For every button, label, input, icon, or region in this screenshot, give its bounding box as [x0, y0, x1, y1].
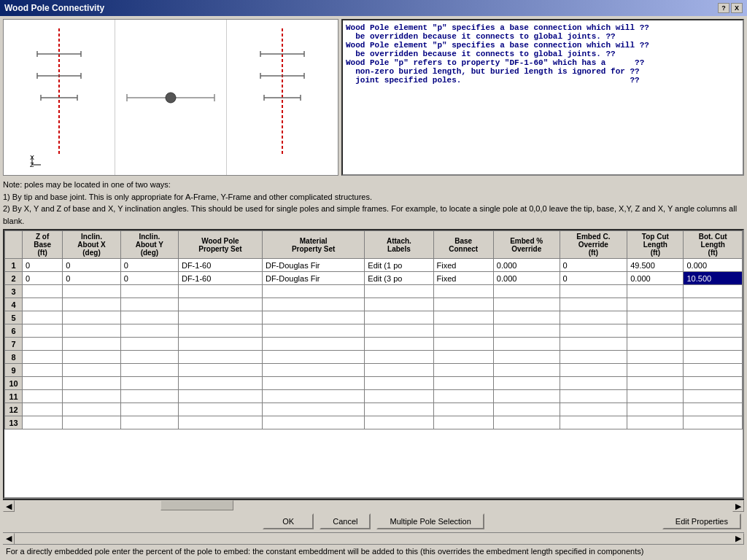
empty-cell[interactable]: [178, 364, 262, 377]
hscroll-track[interactable]: [15, 500, 732, 510]
empty-cell[interactable]: [365, 324, 433, 338]
empty-cell[interactable]: [493, 324, 560, 338]
empty-cell[interactable]: [627, 364, 684, 377]
empty-cell[interactable]: [23, 351, 63, 364]
empty-cell[interactable]: [262, 311, 364, 324]
empty-cell[interactable]: [63, 364, 120, 377]
empty-cell[interactable]: [684, 390, 743, 403]
empty-cell[interactable]: [684, 403, 743, 416]
empty-cell[interactable]: [627, 377, 684, 390]
empty-cell[interactable]: [120, 403, 178, 416]
empty-cell[interactable]: [63, 351, 120, 364]
empty-cell[interactable]: [23, 364, 63, 377]
edit-properties-button[interactable]: Edit Properties: [662, 513, 741, 529]
empty-cell[interactable]: [262, 364, 364, 377]
base-connect-cell[interactable]: Fixed: [433, 259, 493, 272]
empty-cell[interactable]: [178, 377, 262, 390]
empty-cell[interactable]: [560, 351, 627, 364]
status-hscroll-right[interactable]: ▶: [732, 533, 744, 545]
empty-cell[interactable]: [262, 285, 364, 298]
z-of-base-cell[interactable]: 0: [23, 272, 63, 285]
table-row-empty[interactable]: 5: [5, 311, 743, 324]
empty-cell[interactable]: [63, 324, 120, 338]
empty-cell[interactable]: [63, 285, 120, 298]
empty-cell[interactable]: [63, 298, 120, 311]
z-of-base-cell[interactable]: 0: [23, 259, 63, 272]
empty-cell[interactable]: [63, 377, 120, 390]
col-header-botcutlength[interactable]: Bot. CutLength(ft): [684, 231, 743, 259]
table-row-empty[interactable]: 10: [5, 377, 743, 390]
empty-cell[interactable]: [493, 351, 560, 364]
empty-cell[interactable]: [365, 351, 433, 364]
embed-c-override-cell[interactable]: 0: [560, 272, 627, 285]
col-header-attachlabels[interactable]: Attach.Labels: [365, 231, 433, 259]
empty-cell[interactable]: [433, 364, 493, 377]
empty-cell[interactable]: [23, 338, 63, 351]
empty-cell[interactable]: [560, 324, 627, 338]
row-number-cell[interactable]: 13: [5, 416, 23, 429]
empty-cell[interactable]: [627, 285, 684, 298]
empty-cell[interactable]: [433, 338, 493, 351]
empty-cell[interactable]: [684, 324, 743, 338]
inclin-x-cell[interactable]: 0: [63, 272, 120, 285]
empty-cell[interactable]: [684, 311, 743, 324]
row-number-cell[interactable]: 12: [5, 403, 23, 416]
empty-cell[interactable]: [560, 364, 627, 377]
empty-cell[interactable]: [560, 311, 627, 324]
empty-cell[interactable]: [493, 390, 560, 403]
row-number-cell[interactable]: 11: [5, 390, 23, 403]
empty-cell[interactable]: [63, 311, 120, 324]
hscroll-thumb[interactable]: [160, 500, 233, 510]
empty-cell[interactable]: [120, 338, 178, 351]
empty-cell[interactable]: [493, 416, 560, 429]
col-header-embedcoverride[interactable]: Embed C.Override(ft): [560, 231, 627, 259]
row-number-cell[interactable]: 5: [5, 311, 23, 324]
empty-cell[interactable]: [178, 324, 262, 338]
table-row[interactable]: 1000DF-1-60DF-Douglas FirEdit (1 poFixed…: [5, 259, 743, 272]
empty-cell[interactable]: [120, 351, 178, 364]
empty-cell[interactable]: [23, 324, 63, 338]
empty-cell[interactable]: [560, 403, 627, 416]
empty-cell[interactable]: [684, 298, 743, 311]
empty-cell[interactable]: [560, 416, 627, 429]
empty-cell[interactable]: [120, 285, 178, 298]
row-number-cell[interactable]: 2: [5, 272, 23, 285]
empty-cell[interactable]: [684, 377, 743, 390]
empty-cell[interactable]: [627, 298, 684, 311]
table-row-empty[interactable]: 11: [5, 390, 743, 403]
empty-cell[interactable]: [493, 377, 560, 390]
empty-cell[interactable]: [493, 311, 560, 324]
embed-c-override-cell[interactable]: 0: [560, 259, 627, 272]
table-row[interactable]: 2000DF-1-60DF-Douglas FirEdit (3 poFixed…: [5, 272, 743, 285]
empty-cell[interactable]: [178, 390, 262, 403]
material-property-cell[interactable]: DF-Douglas Fir: [262, 272, 364, 285]
ok-button[interactable]: OK: [263, 513, 314, 529]
col-header-zofbase[interactable]: Z ofBase(ft): [23, 231, 63, 259]
empty-cell[interactable]: [493, 285, 560, 298]
empty-cell[interactable]: [560, 390, 627, 403]
empty-cell[interactable]: [365, 416, 433, 429]
empty-cell[interactable]: [433, 285, 493, 298]
bot-cut-length-cell[interactable]: 0.000: [684, 259, 743, 272]
help-button[interactable]: ?: [718, 3, 729, 13]
empty-cell[interactable]: [178, 338, 262, 351]
empty-cell[interactable]: [63, 416, 120, 429]
row-number-cell[interactable]: 4: [5, 298, 23, 311]
empty-cell[interactable]: [178, 351, 262, 364]
empty-cell[interactable]: [23, 403, 63, 416]
empty-cell[interactable]: [627, 311, 684, 324]
empty-cell[interactable]: [433, 298, 493, 311]
cancel-button[interactable]: Cancel: [320, 513, 371, 529]
empty-cell[interactable]: [365, 390, 433, 403]
attach-labels-cell[interactable]: Edit (3 po: [365, 272, 433, 285]
empty-cell[interactable]: [120, 377, 178, 390]
empty-cell[interactable]: [262, 377, 364, 390]
top-cut-length-cell[interactable]: 0.000: [627, 272, 684, 285]
empty-cell[interactable]: [120, 324, 178, 338]
empty-cell[interactable]: [684, 351, 743, 364]
empty-cell[interactable]: [120, 311, 178, 324]
status-hscroll-left[interactable]: ◀: [3, 533, 15, 545]
table-row-empty[interactable]: 7: [5, 338, 743, 351]
empty-cell[interactable]: [23, 390, 63, 403]
empty-cell[interactable]: [365, 311, 433, 324]
